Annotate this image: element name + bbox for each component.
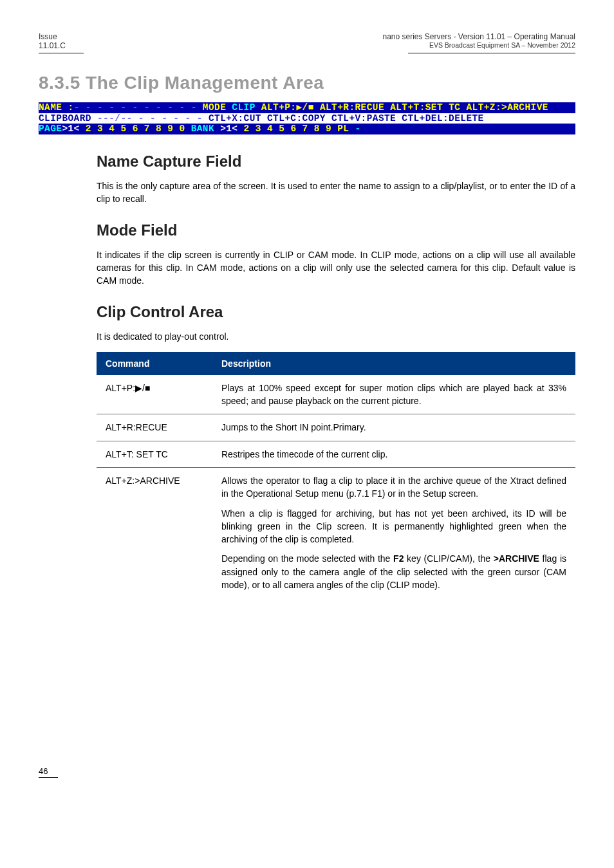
term-bank-label: BANK xyxy=(191,124,221,134)
header-subtitle: EVS Broadcast Equipment SA – November 20… xyxy=(382,41,575,49)
term-row1-cmds: ALT+P:▶/■ ALT+R:RECUE ALT+T:SET TC ALT+Z… xyxy=(256,102,548,113)
term-clipboard-label: CLIPBOARD xyxy=(39,113,97,124)
page-number: 46 xyxy=(39,766,58,778)
term-page-nums: 2 3 4 5 6 7 8 9 0 xyxy=(80,124,191,134)
term-clipboard-dashes: ---/-- - - - - - - xyxy=(97,113,203,124)
header-issue-label: Issue xyxy=(39,32,66,41)
term-mode-value: CLIP xyxy=(232,102,255,113)
header-title: nano series Servers - Version 11.01 – Op… xyxy=(382,32,575,41)
section-heading: 8.3.5 The Clip Management Area xyxy=(39,73,575,93)
header-issue-value: 11.01.C xyxy=(39,41,66,50)
table-desc: Plays at 100% speed except for super mot… xyxy=(212,375,575,414)
table-cmd: ALT+P:▶/■ xyxy=(97,375,212,414)
term-name-label: NAME : xyxy=(39,102,74,113)
table-desc: Jumps to the Short IN point.Primary. xyxy=(212,414,575,441)
term-page-selected: >1< xyxy=(62,124,79,134)
term-bank-selected: >1< xyxy=(220,124,237,134)
th-description: Description xyxy=(212,352,575,375)
commands-table: Command Description ALT+P:▶/■Plays at 10… xyxy=(97,352,575,598)
term-row2-cmds: CTL+X:CUT CTL+C:COPY CTL+V:PASTE CTL+DEL… xyxy=(203,113,484,124)
table-cmd: ALT+T: SET TC xyxy=(97,441,212,467)
table-cmd: ALT+R:RECUE xyxy=(97,414,212,441)
subheading-mode-field: Mode Field xyxy=(97,221,575,239)
term-bank-nums: 2 3 4 5 6 7 8 9 PL xyxy=(237,124,355,134)
para-mode-field: It indicates if the clip screen is curre… xyxy=(97,248,575,288)
term-page-label: PAGE xyxy=(39,124,62,134)
term-mode-label: MODE xyxy=(197,102,232,113)
term-name-dots: - - - - - - - - - - - xyxy=(74,102,197,113)
table-desc: Allows the operator to flag a clip to pl… xyxy=(212,467,575,598)
header-rule-left xyxy=(39,53,84,53)
term-bank-end: - xyxy=(355,124,361,134)
table-cmd: ALT+Z:>ARCHIVE xyxy=(97,467,212,598)
th-command: Command xyxy=(97,352,212,375)
table-desc: Restripes the timecode of the current cl… xyxy=(212,441,575,467)
header-rule-right xyxy=(408,53,575,53)
para-name-capture: This is the only capture area of the scr… xyxy=(97,180,575,206)
para-clip-control-intro: It is dedicated to play-out control. xyxy=(97,330,575,343)
subheading-name-capture: Name Capture Field xyxy=(97,152,575,171)
terminal-screenshot: NAME :- - - - - - - - - - - MODE CLIP AL… xyxy=(39,102,575,134)
subheading-clip-control: Clip Control Area xyxy=(97,303,575,321)
